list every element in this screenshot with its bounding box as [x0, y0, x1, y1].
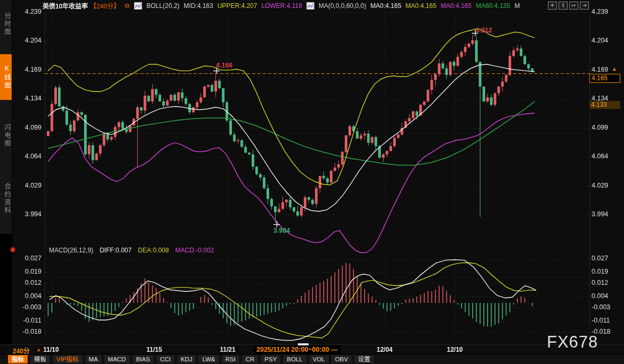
macd-axis-label-left: 0.027 [19, 255, 41, 262]
ref-price-tag: 4.133 [589, 101, 620, 109]
sidebar-item-1[interactable]: 分时图 [0, 3, 12, 45]
sidebar-item-2[interactable]: K线图 [0, 54, 12, 100]
macd-dea: DEA:0.008 [138, 247, 169, 254]
chart-tool-icon-1[interactable]: ✛ [548, 2, 557, 10]
toolbar-button-模板[interactable]: 模板 [30, 354, 51, 364]
toolbar-button-设置[interactable]: 设置 [354, 354, 375, 364]
alert-star-icon[interactable]: ✺ [10, 246, 16, 254]
toolbar-button-MA[interactable]: MA [85, 354, 102, 364]
toolbar-button-指标[interactable]: 指标 [7, 354, 28, 364]
main-axis-label-left: 4.134 [19, 95, 41, 102]
timeline: 240分 ▲ 2025/11/24 20:00~00:00 — 11/1011/… [0, 344, 624, 354]
ma0-white: MA0:4.165 [370, 2, 401, 10]
boll-mid: MID:4.163 [184, 2, 213, 10]
boll-indicator-icon[interactable] [134, 2, 142, 10]
main-axis-label-left: 4.029 [19, 182, 41, 189]
date-label: 11/15 [146, 346, 162, 353]
indicator-toolbar: 指标模板VIP指标MAMACDBIASCCIKDJLW&RSICRPSYBOLL… [0, 354, 624, 364]
macd-axis-label-right: 0.012 [592, 279, 621, 286]
macd-axis-label-right: 0.027 [592, 255, 621, 262]
last-price-arrow-icon: ▲ [612, 66, 617, 72]
boll-lower: LOWER:4.119 [261, 2, 302, 10]
main-axis-label-left: 4.204 [19, 37, 41, 44]
macd-axis-label-right: -0.003 [592, 303, 621, 311]
ma-indicator-icon[interactable] [306, 2, 314, 10]
macd-diff: DIFF:0.007 [99, 247, 131, 254]
ma0-yellow: MA0:4.165 [405, 2, 436, 10]
macd-axis-label-left: 0.019 [19, 268, 41, 275]
macd-legend: MACD(26,12,9) DIFF:0.007 DEA:0.008 MACD:… [49, 247, 214, 254]
macd-value: MACD:-0.002 [175, 247, 214, 254]
chart-tool-icon-4[interactable]: ⇥ [580, 2, 589, 10]
sidebar-item-3[interactable]: 闪电图 [0, 113, 12, 158]
collapse-icon[interactable]: ⊖ [124, 2, 130, 10]
date-label: 12/04 [377, 346, 393, 353]
macd-axis-label-right: 0.019 [592, 268, 621, 275]
annotation-4.212: 4.212 [476, 27, 492, 34]
ma60-green: MA60:4.135 [476, 2, 510, 10]
main-axis-label-right: 4.029 [592, 182, 621, 189]
boll-upper: UPPER:4.207 [218, 2, 257, 10]
main-axis-label-right: 4.099 [592, 124, 621, 131]
chart-tool-icon-2[interactable]: ↥ [559, 2, 568, 10]
main-axis-label-left: 4.099 [19, 124, 41, 131]
date-label: 12/10 [447, 346, 463, 353]
main-axis-label-left: 4.064 [19, 153, 41, 160]
toolbar-button-KDJ[interactable]: KDJ [177, 354, 197, 364]
toolbar-button-MACD[interactable]: MACD [104, 354, 130, 364]
toolbar-button-CR[interactable]: CR [242, 354, 259, 364]
toolbar-button-VIP指标[interactable]: VIP指标 [52, 354, 83, 364]
main-axis-label-right: 4.239 [592, 8, 621, 15]
macd-axis-label-left: -0.011 [19, 317, 41, 324]
toolbar-button-PSY[interactable]: PSY [260, 354, 281, 364]
toolbar-button-LW&[interactable]: LW& [198, 354, 219, 364]
annotation-4.166: 4.166 [216, 62, 232, 69]
main-axis-label-left: 3.994 [19, 210, 41, 218]
main-axis-label-right: 3.994 [592, 210, 621, 218]
date-label: 11/21 [220, 346, 235, 353]
main-axis-label-left: 4.169 [19, 66, 41, 73]
annotation-3.984: 3.984 [273, 227, 290, 234]
toolbar-button-BIAS[interactable]: BIAS [132, 354, 154, 364]
symbol-title: 美债10年收益率 [43, 1, 88, 10]
chart-tool-icon-3[interactable]: ↦ [569, 2, 578, 10]
sidebar-item-4[interactable]: 合约资料 [0, 168, 12, 230]
macd-axis-label-right: 0.004 [592, 292, 621, 300]
ma-suffix: M [514, 2, 520, 10]
chart-tool-icons: ✛↥↦⇥ [548, 2, 589, 10]
chart-canvas[interactable] [0, 0, 624, 364]
last-price-tag: 4.165 [589, 74, 620, 83]
main-axis-label-right: 4.204 [592, 37, 621, 44]
main-axis-label-right: 4.064 [592, 153, 621, 160]
ma0-magenta: MA0:4.165 [440, 2, 471, 10]
toolbar-button-CCI[interactable]: CCI [156, 354, 175, 364]
macd-axis-label-left: -0.003 [19, 303, 41, 311]
macd-axis-label-left: 0.004 [19, 292, 41, 300]
macd-label: MACD(26,12,9) [49, 247, 93, 254]
chart-header: 美债10年收益率 【240分】 ⊖ BOLL(20,2) MID:4.163 U… [43, 1, 520, 10]
boll-label: BOLL(20,2) [146, 2, 179, 10]
toolbar-button-VOL[interactable]: VOL [309, 354, 329, 364]
ma-label: MA(0,0,0,60,0,0) [319, 2, 366, 10]
period-label: 【240分】 [90, 1, 120, 10]
macd-axis-label-right: -0.011 [592, 317, 621, 324]
main-axis-label-left: 4.239 [19, 8, 41, 15]
watermark: FX678 [547, 333, 598, 352]
timeframe-arrow-icon[interactable]: ▲ [36, 346, 41, 352]
macd-axis-label-left: 0.012 [19, 279, 41, 286]
selected-range-box[interactable]: 2025/11/24 20:00~00:00 — [254, 345, 340, 354]
toolbar-button-BOLL[interactable]: BOLL [282, 354, 306, 364]
toolbar-button-OBV[interactable]: OBV [331, 354, 352, 364]
toolbar-button-RSI[interactable]: RSI [221, 354, 240, 364]
date-label: 11/10 [43, 346, 59, 353]
macd-axis-label-left: -0.018 [19, 328, 41, 335]
